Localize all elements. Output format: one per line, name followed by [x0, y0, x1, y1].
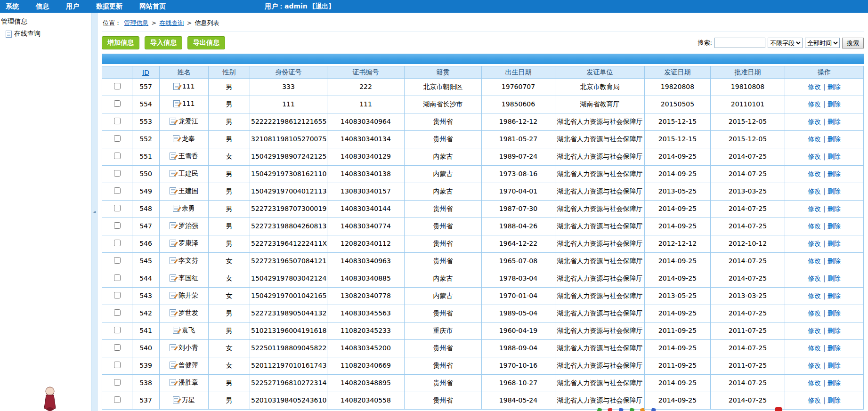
- delete-link[interactable]: 删除: [827, 153, 841, 160]
- row-checkbox[interactable]: [114, 187, 121, 194]
- edit-link[interactable]: 修改: [808, 135, 821, 143]
- row-checkbox[interactable]: [114, 362, 121, 368]
- col-header-gender: 性别: [209, 66, 250, 79]
- delete-link[interactable]: 删除: [827, 274, 841, 282]
- edit-link[interactable]: 修改: [808, 118, 821, 125]
- delete-link[interactable]: 删除: [827, 292, 841, 299]
- edit-link[interactable]: 修改: [808, 274, 821, 282]
- delete-link[interactable]: 删除: [827, 379, 841, 387]
- export-info-button[interactable]: 导出信息: [187, 36, 225, 49]
- delete-link[interactable]: 删除: [827, 327, 841, 334]
- edit-link[interactable]: 修改: [808, 396, 821, 404]
- delete-link[interactable]: 删除: [827, 118, 841, 125]
- search-label: 搜索:: [698, 39, 712, 47]
- col-header-id-number: 身份证号: [250, 66, 327, 79]
- edit-link[interactable]: 修改: [808, 327, 821, 334]
- edit-link[interactable]: 修改: [808, 379, 821, 387]
- edit-link[interactable]: 修改: [808, 362, 821, 369]
- row-checkbox[interactable]: [114, 83, 121, 89]
- cell-select: [102, 375, 132, 392]
- row-checkbox[interactable]: [114, 292, 121, 298]
- row-checkbox[interactable]: [114, 205, 121, 211]
- action-separator: |: [821, 83, 827, 90]
- row-checkbox[interactable]: [114, 327, 121, 333]
- search-button[interactable]: 搜索: [842, 38, 864, 48]
- delete-link[interactable]: 删除: [827, 205, 841, 212]
- table-title-band: [102, 54, 864, 64]
- row-checkbox[interactable]: [114, 222, 121, 229]
- delete-link[interactable]: 删除: [827, 309, 841, 317]
- cell-approve-date: 20110101: [711, 96, 785, 113]
- edit-link[interactable]: 修改: [808, 309, 821, 317]
- menu-item-system[interactable]: 系统: [6, 2, 19, 11]
- row-checkbox[interactable]: [114, 170, 121, 177]
- cell-origin: 贵州省: [405, 113, 482, 131]
- breadcrumb-link-manage-info[interactable]: 管理信息: [124, 19, 148, 26]
- cell-gender: 男: [209, 218, 250, 235]
- delete-link[interactable]: 删除: [827, 83, 841, 90]
- search-input[interactable]: [714, 38, 765, 48]
- row-checkbox[interactable]: [114, 153, 121, 159]
- edit-link[interactable]: 修改: [808, 170, 821, 177]
- row-checkbox[interactable]: [114, 396, 121, 403]
- edit-link[interactable]: 修改: [808, 240, 821, 247]
- sidebar: 管理信息 在线查询: [0, 13, 91, 411]
- delete-link[interactable]: 删除: [827, 187, 841, 195]
- delete-link[interactable]: 删除: [827, 240, 841, 247]
- logout-link[interactable]: [退出]: [312, 2, 332, 11]
- delete-link[interactable]: 删除: [827, 100, 841, 108]
- delete-link[interactable]: 删除: [827, 344, 841, 352]
- id-sort-link[interactable]: ID: [142, 69, 149, 76]
- cell-select: [102, 392, 132, 410]
- cell-cert-number: 140830340774: [327, 218, 405, 235]
- menu-item-site-home[interactable]: 网站首页: [139, 2, 166, 11]
- edit-link[interactable]: 修改: [808, 205, 821, 212]
- cell-gender: 男: [209, 113, 250, 131]
- cell-origin: 贵州省: [405, 357, 482, 375]
- cell-select: [102, 270, 132, 288]
- delete-link[interactable]: 删除: [827, 135, 841, 143]
- row-checkbox[interactable]: [114, 100, 121, 107]
- row-checkbox[interactable]: [114, 379, 121, 386]
- cell-select: [102, 357, 132, 375]
- field-select[interactable]: 不限字段: [768, 38, 803, 48]
- edit-link[interactable]: 修改: [808, 222, 821, 230]
- edit-link[interactable]: 修改: [808, 153, 821, 160]
- row-checkbox[interactable]: [114, 240, 121, 246]
- collapse-arrow-icon[interactable]: ◄: [93, 210, 96, 214]
- cell-cert-number: 140830345563: [327, 305, 405, 322]
- mascot-image: [41, 386, 58, 411]
- row-checkbox[interactable]: [114, 257, 121, 264]
- row-checkbox[interactable]: [114, 135, 121, 142]
- edit-link[interactable]: 修改: [808, 187, 821, 195]
- info-table: ID姓名性别身份证号证书编号籍贯出生日期发证单位发证日期批准日期操作 55711…: [102, 66, 864, 410]
- cell-id-number: 150429197001042165: [250, 288, 327, 305]
- breadcrumb-link-online-query[interactable]: 在线查询: [159, 19, 184, 26]
- delete-link[interactable]: 删除: [827, 362, 841, 369]
- menu-item-data-update[interactable]: 数据更新: [96, 2, 122, 11]
- edit-note-icon: [170, 344, 176, 351]
- delete-link[interactable]: 删除: [827, 396, 841, 404]
- menu-item-info[interactable]: 信息: [36, 2, 49, 11]
- edit-link[interactable]: 修改: [808, 257, 821, 265]
- table-row: 540刘小青女522501198809045822140830345200贵州省…: [102, 340, 864, 357]
- sidebar-item-online-query[interactable]: 在线查询: [0, 30, 91, 38]
- delete-link[interactable]: 删除: [827, 257, 841, 265]
- time-select[interactable]: 全部时间: [805, 38, 840, 48]
- delete-link[interactable]: 删除: [827, 222, 841, 230]
- row-checkbox[interactable]: [114, 274, 121, 281]
- edit-link[interactable]: 修改: [808, 344, 821, 352]
- menu-item-user[interactable]: 用户: [66, 2, 79, 11]
- edit-link[interactable]: 修改: [808, 292, 821, 299]
- row-checkbox[interactable]: [114, 309, 121, 316]
- row-checkbox[interactable]: [114, 344, 121, 351]
- sidebar-splitter[interactable]: ◄: [91, 13, 97, 411]
- name-wrapper: 李文芬: [170, 257, 198, 265]
- import-info-button[interactable]: 导入信息: [145, 36, 182, 49]
- row-checkbox[interactable]: [114, 118, 121, 124]
- edit-link[interactable]: 修改: [808, 83, 821, 90]
- add-info-button[interactable]: 增加信息: [102, 36, 139, 49]
- delete-link[interactable]: 删除: [827, 170, 841, 177]
- edit-link[interactable]: 修改: [808, 100, 821, 108]
- cell-name: 李国红: [160, 270, 209, 288]
